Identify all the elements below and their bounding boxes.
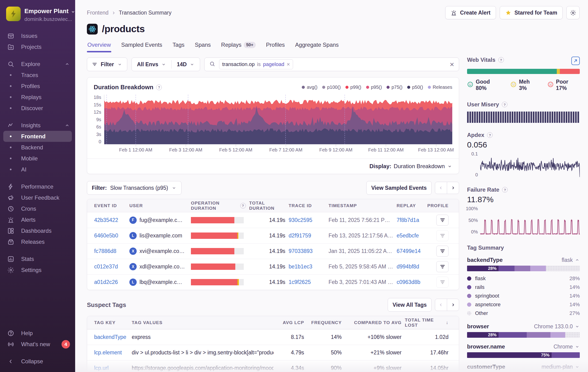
tag-bar-segment: 28% (467, 266, 499, 271)
search-input[interactable]: transaction.op is pageload × × (204, 58, 459, 71)
starred-label: Starred for Team (514, 10, 557, 16)
sidebar-item-user-feedback[interactable]: User Feedback (0, 192, 75, 203)
sidebar-item-collapse[interactable]: Collapse (0, 356, 75, 367)
pager-prev-button[interactable] (435, 182, 447, 194)
tab-overview[interactable]: Overview (87, 41, 111, 52)
tag-distribution-bar: 75% (467, 352, 580, 358)
org-switcher[interactable]: Empower Plant dominik.buszowiec... (0, 0, 75, 22)
sidebar-item-mobile[interactable]: Mobile (0, 153, 75, 164)
trace-id-link[interactable]: d2f91759 (289, 233, 311, 239)
sidebar-item-backend[interactable]: Backend (0, 142, 75, 153)
env-selector[interactable]: All Envs (132, 58, 171, 71)
sidebar-item-stats[interactable]: Stats (0, 253, 75, 265)
suspect-pager-next-button[interactable] (447, 299, 459, 311)
profile-button[interactable] (436, 230, 449, 241)
sidebar-item-releases[interactable]: Releases (0, 236, 75, 247)
release-marker (285, 95, 286, 144)
create-alert-button[interactable]: Create Alert (445, 6, 496, 19)
trace-id-link[interactable]: 1c9f2625 (289, 279, 311, 285)
help-icon[interactable] (502, 102, 507, 107)
search-token[interactable]: transaction.op is pageload × (219, 59, 293, 69)
sidebar-item-discover[interactable]: Discover (0, 103, 75, 114)
sidebar-item-replays[interactable]: Replays (0, 92, 75, 103)
tab-aggregate-spans[interactable]: Aggregate Spans (295, 41, 339, 52)
profile-button[interactable] (436, 261, 449, 272)
tab-replays[interactable]: Replays50+ (221, 41, 256, 52)
tag-key-link[interactable]: backendType (94, 334, 126, 340)
profile-button[interactable] (436, 277, 449, 288)
sidebar-item-settings[interactable]: Settings (0, 265, 75, 276)
date-range-selector[interactable]: 14D (172, 58, 200, 71)
help-icon[interactable] (487, 132, 493, 138)
tag-value-row[interactable]: springboot14% (467, 291, 580, 300)
help-icon[interactable] (240, 203, 246, 209)
tab-profiles[interactable]: Profiles (266, 41, 285, 52)
sidebar-item-ai[interactable]: AI (0, 164, 75, 175)
replay-id-link[interactable]: e5edbcfe (397, 233, 419, 239)
compared-to-avg: +21% slower (345, 350, 405, 356)
sidebar-item-projects[interactable]: Projects (0, 41, 75, 52)
tag-value-row[interactable]: rails14% (467, 283, 580, 291)
suspect-tags-title: Suspect Tags (87, 301, 126, 308)
help-icon[interactable] (502, 187, 508, 192)
sidebar-item-insights[interactable]: Insights (0, 120, 75, 131)
tag-value-row[interactable]: Other27% (467, 309, 580, 318)
sidebar-item-traces[interactable]: Traces (0, 70, 75, 81)
legend-item: avg() (302, 85, 317, 90)
duration-chart-plot[interactable] (104, 95, 452, 144)
replay-id-link[interactable]: d994bf8d (397, 264, 419, 270)
tag-group-selector[interactable]: flask (562, 257, 580, 263)
replay-id-link[interactable]: 67499e14 (397, 248, 420, 254)
view-sampled-events-button[interactable]: View Sampled Events (366, 181, 432, 195)
view-all-tags-button[interactable]: View All Tags (388, 298, 432, 312)
tag-key-link[interactable]: lcp.url (94, 365, 108, 371)
trace-id-link[interactable]: be1b1ec3 (289, 264, 312, 270)
sidebar-item-alerts[interactable]: Alerts (0, 214, 75, 225)
tag-group-selector[interactable]: Chrome (554, 344, 580, 350)
event-id-link[interactable]: 6460e5b0 (94, 233, 118, 239)
tag-key-link[interactable]: lcp.element (94, 350, 122, 356)
breadcrumb-project[interactable]: Frontend (87, 10, 108, 16)
event-id-link[interactable]: a01d2c26 (94, 279, 118, 285)
sidebar-item-explore[interactable]: Explore (0, 58, 75, 70)
sidebar-item-what-s-new[interactable]: What's new4 (0, 339, 75, 350)
event-id-link[interactable]: c012e37d (94, 264, 118, 270)
suspect-pager-prev-button[interactable] (435, 299, 447, 311)
tag-value-row[interactable]: aspnetcore14% (467, 300, 580, 309)
operation-duration-bar (191, 233, 244, 239)
help-icon[interactable] (156, 85, 162, 90)
tag-group-selector[interactable]: medium-plan (542, 364, 580, 370)
sidebar-item-crons[interactable]: Crons (0, 203, 75, 214)
trace-id-link[interactable]: 97033893 (289, 248, 313, 254)
help-icon[interactable] (498, 57, 504, 63)
sidebar-item-frontend[interactable]: Frontend (3, 131, 72, 142)
sidebar-item-issues[interactable]: Issues (0, 30, 75, 41)
sidebar-item-dashboards[interactable]: Dashboards (0, 225, 75, 236)
tab-tags[interactable]: Tags (172, 41, 185, 52)
tab-spans[interactable]: Spans (194, 41, 211, 52)
replay-id-link[interactable]: 7f8b7d1a (397, 217, 419, 223)
starred-for-team-button[interactable]: Starred for Team (500, 6, 563, 19)
tag-value-row[interactable]: flask28% (467, 274, 580, 283)
tab-sampled-events[interactable]: Sampled Events (121, 41, 163, 52)
token-remove-icon[interactable]: × (287, 62, 290, 67)
sidebar-item-profiles[interactable]: Profiles (0, 81, 75, 92)
search-clear-icon[interactable]: × (450, 61, 454, 68)
suspect-col-tag-values: Tag Values (132, 320, 277, 325)
pager-next-button[interactable] (447, 182, 459, 194)
profile-button[interactable] (436, 246, 449, 257)
tag-group-selector[interactable]: Chrome 133.0.0 (534, 323, 580, 330)
display-value-dropdown[interactable]: Duration Breakdown (394, 163, 445, 170)
sidebar-item-performance[interactable]: Performance (0, 181, 75, 192)
tag-value-list: flask28%rails14%springboot14%aspnetcore1… (467, 274, 580, 318)
profile-button[interactable] (436, 215, 449, 226)
filter-button[interactable]: Filter (87, 58, 127, 71)
event-id-link[interactable]: 42b35422 (94, 217, 118, 223)
open-in-new-icon[interactable] (571, 57, 580, 65)
event-id-link[interactable]: fc7886d8 (94, 248, 116, 254)
replay-id-link[interactable]: c0963d8b (397, 279, 420, 285)
settings-button[interactable] (567, 6, 579, 19)
sidebar-item-help[interactable]: Help (0, 328, 75, 339)
transactions-filter-button[interactable]: Filter: Slow Transactions (p95) (87, 181, 181, 195)
trace-id-link[interactable]: 930c2595 (289, 217, 312, 223)
